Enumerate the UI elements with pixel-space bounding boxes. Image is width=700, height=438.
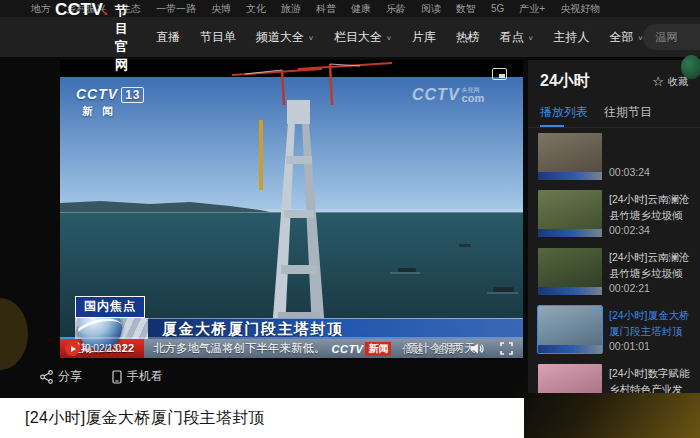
nav-item[interactable]: 主持人 ∨	[554, 29, 590, 46]
utility-nav-link[interactable]: 产业+	[519, 2, 545, 16]
utility-nav-link[interactable]: 地方	[31, 2, 51, 16]
utility-nav-link[interactable]: 旅游	[281, 2, 301, 16]
nav-item[interactable]: 栏目大全 ∨	[334, 29, 392, 46]
page-title: [24小时]厦金大桥厦门段主塔封顶	[25, 408, 265, 429]
playlist-item-meta: [24小时]云南澜沧县竹塘乡垃圾倾倒事件 00:02:34	[609, 190, 692, 238]
nav-item-label: 看点	[500, 29, 524, 46]
chevron-down-icon: ∨	[528, 33, 534, 40]
main-nav: 直播 ∨ 节目单 ∨ 频道大全 ∨ 栏目大全 ∨ 片库 ∨	[156, 29, 643, 46]
playlist-item-meta: [24小时]厦金大桥厦门段主塔封顶 00:01:01	[609, 306, 692, 354]
utility-nav-link[interactable]: 科普	[316, 2, 336, 16]
playlist-item[interactable]: 00:03:24	[528, 128, 700, 185]
share-label: 分享	[58, 368, 82, 385]
playlist-item-title: [24小时]云南澜沧县竹塘乡垃圾倾倒事件	[609, 249, 692, 282]
utility-nav-link[interactable]: 央视好物	[560, 2, 600, 16]
background-left-blob	[0, 298, 28, 370]
utility-nav-link[interactable]: 5G	[491, 3, 504, 14]
nav-item[interactable]: 频道大全 ∨	[256, 29, 314, 46]
main-navbar: CCTV. 节目官网 直播 ∨ 节目单 ∨ 频道大全 ∨ 栏目大全 ∨	[0, 17, 700, 57]
playlist-item-duration: 00:02:34	[609, 224, 692, 236]
sidebar-tab[interactable]: 播放列表	[540, 104, 588, 127]
nav-item-label: 频道大全	[256, 29, 304, 46]
nav-item[interactable]: 热榜 ∨	[456, 29, 480, 46]
news-headline: 厦金大桥厦门段主塔封顶	[148, 320, 344, 339]
nav-item[interactable]: 直播 ∨	[156, 29, 180, 46]
nav-item-label: 热榜	[456, 29, 480, 46]
news-headline-bar: 厦金大桥厦门段主塔封顶	[148, 318, 523, 339]
search-area: 热榜	[643, 24, 700, 50]
share-button[interactable]: 分享	[40, 368, 82, 385]
cctv-news-logo: CCTV 新闻	[332, 342, 392, 356]
playback-time: 0:02/1:01	[85, 343, 127, 354]
nav-item[interactable]: 全部 ∨	[610, 29, 644, 46]
video-thumbnail[interactable]	[538, 190, 602, 237]
star-icon: ☆	[652, 75, 664, 88]
cctv-logo[interactable]: CCTV. 节目官网	[55, 0, 128, 74]
playlist-item-duration: 00:03:24	[609, 166, 692, 178]
video-player[interactable]: CCTV13 新闻 CCTV 央视网 com 国内焦点 厦金大桥厦门段主塔封顶 …	[60, 60, 523, 360]
mobile-phone-icon	[112, 370, 122, 384]
playback-speed-button[interactable]: 倍速	[402, 342, 424, 357]
nav-item-label: 片库	[412, 29, 436, 46]
nav-item[interactable]: 片库 ∨	[412, 29, 436, 46]
video-thumbnail[interactable]	[538, 133, 602, 180]
playlist-item[interactable]: [24小时]厦金大桥厦门段主塔封顶 00:01:01	[528, 301, 700, 359]
playlist: 00:03:24 [24小时]云南澜沧县竹塘乡垃圾倾倒事件 00:02:34 […	[528, 127, 700, 393]
search-box[interactable]: 热榜	[643, 24, 700, 50]
utility-nav-link[interactable]: 央博	[211, 2, 231, 16]
nav-item[interactable]: 看点 ∨	[500, 29, 534, 46]
playlist-item-duration: 00:02:21	[609, 282, 692, 294]
video-title-strip: [24小时]厦金大桥厦门段主塔封顶	[0, 398, 524, 438]
picture-in-picture-icon[interactable]	[492, 68, 507, 80]
sidebar-tab[interactable]: 往期节目	[604, 104, 652, 127]
utility-nav-link[interactable]: 乐龄	[386, 2, 406, 16]
playlist-item[interactable]: [24小时]云南澜沧县竹塘乡垃圾倾倒事件 00:02:21	[528, 243, 700, 301]
playlist-sidebar: 24小时 ☆ 收藏 播放列表 往期节目 00:03:24	[528, 60, 700, 393]
site-name: 节目官网	[115, 2, 128, 74]
video-action-row: 分享 手机看	[40, 368, 163, 385]
utility-nav-link[interactable]: 数智	[456, 2, 476, 16]
play-button[interactable]	[65, 341, 80, 356]
utility-nav-link[interactable]: 阅读	[421, 2, 441, 16]
fullscreen-icon[interactable]	[500, 342, 513, 355]
chevron-down-icon: ∨	[638, 33, 644, 40]
background-green-dot	[681, 55, 700, 79]
playlist-item-meta: [24小时]云南澜沧县竹塘乡垃圾倾倒事件 00:02:21	[609, 248, 692, 296]
cctv-logo-dot: .	[103, 0, 108, 20]
nav-item-label: 直播	[156, 29, 180, 46]
playlist-item-title: [24小时]数字赋能乡村特色产业发展	[609, 365, 692, 393]
progress-bar[interactable]	[60, 337, 523, 339]
chevron-down-icon: ∨	[386, 33, 392, 40]
utility-nav-link[interactable]: 一带一路	[156, 2, 196, 16]
ticker-text-left: 北方多地气温将创下半年来新低。	[153, 341, 326, 356]
nav-item[interactable]: 节目单 ∨	[200, 29, 236, 46]
playlist-item-meta: [24小时]数字赋能乡村特色产业发展 00:02:16	[609, 364, 692, 393]
favorite-button[interactable]: ☆ 收藏	[652, 75, 688, 89]
share-icon	[40, 370, 53, 384]
playlist-item-title: [24小时]云南澜沧县竹塘乡垃圾倾倒事件	[609, 191, 692, 224]
playlist-item[interactable]: [24小时]云南澜沧县竹塘乡垃圾倾倒事件 00:02:34	[528, 185, 700, 243]
volume-icon[interactable]	[471, 342, 485, 355]
video-thumbnail[interactable]	[538, 248, 602, 295]
sidebar-header: 24小时 ☆ 收藏	[528, 60, 700, 96]
watch-on-mobile-button[interactable]: 手机看	[112, 368, 163, 385]
progress-played	[60, 337, 75, 339]
quality-button[interactable]: 超清	[434, 342, 456, 357]
video-thumbnail[interactable]	[538, 364, 602, 393]
cctv-logo-text: CCTV	[55, 0, 103, 20]
sidebar-tabs: 播放列表 往期节目	[528, 96, 700, 127]
playlist-item-title: [24小时]厦金大桥厦门段主塔封顶	[609, 307, 692, 340]
playlist-item[interactable]: [24小时]数字赋能乡村特色产业发展 00:02:16	[528, 359, 700, 393]
nav-item-label: 全部	[610, 29, 634, 46]
channel-watermark-cctv13: CCTV13 新闻	[76, 86, 144, 119]
utility-nav-link[interactable]: 文化	[246, 2, 266, 16]
news-category-badge: 国内焦点	[75, 296, 145, 318]
chevron-down-icon: ∨	[308, 33, 314, 40]
nav-item-label: 主持人	[554, 29, 590, 46]
search-input[interactable]	[645, 31, 700, 43]
nav-item-label: 节目单	[200, 29, 236, 46]
playlist-item-meta: 00:03:24	[609, 133, 692, 180]
video-thumbnail[interactable]	[538, 306, 602, 353]
nav-item-label: 栏目大全	[334, 29, 382, 46]
utility-nav-link[interactable]: 健康	[351, 2, 371, 16]
